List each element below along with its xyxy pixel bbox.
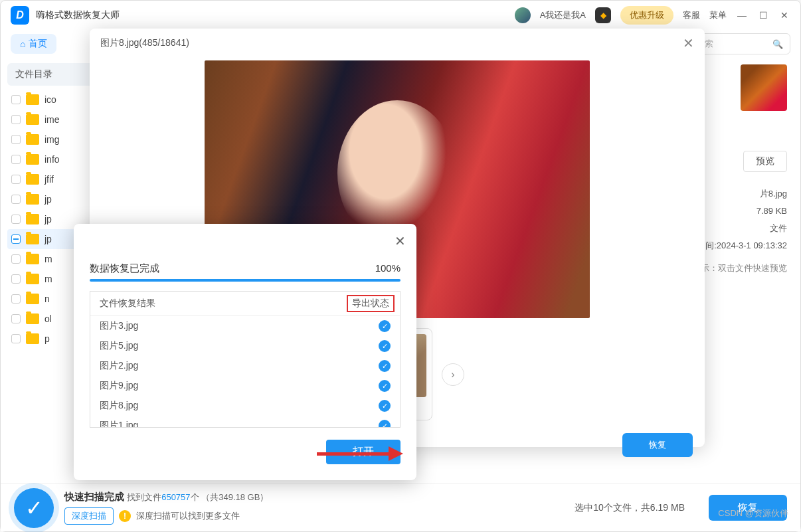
tree-label: ico xyxy=(44,94,56,105)
result-row: 图片9.jpg✓ xyxy=(90,376,400,396)
found-prefix: 找到文件 xyxy=(127,492,161,502)
tree-label: jp xyxy=(44,214,52,224)
tree-label: jp xyxy=(44,194,52,205)
file-name: 图片3.jpg xyxy=(100,320,138,332)
file-name: 图片1.jpg xyxy=(100,420,138,427)
checkbox[interactable] xyxy=(11,215,21,224)
folder-icon xyxy=(26,274,39,284)
checkbox[interactable] xyxy=(11,234,21,244)
result-row: 图片5.jpg✓ xyxy=(90,336,400,356)
search-icon: 🔍 xyxy=(772,39,783,49)
tree-label: info xyxy=(44,154,60,165)
result-row: 图片3.jpg✓ xyxy=(90,316,400,336)
status-check-icon: ✓ xyxy=(379,360,391,372)
tree-label: ime xyxy=(44,114,60,125)
search-input[interactable]: 索 🔍 xyxy=(697,33,790,54)
folder-icon xyxy=(26,154,39,165)
folder-icon xyxy=(26,333,39,344)
app-logo: D xyxy=(11,6,29,25)
result-table: 文件恢复结果 导出状态 图片3.jpg✓图片5.jpg✓图片2.jpg✓图片9.… xyxy=(90,291,400,428)
search-placeholder: 索 xyxy=(705,38,713,50)
close-button[interactable]: ✕ xyxy=(778,9,790,21)
file-name: 图片5.jpg xyxy=(100,340,138,352)
upgrade-button[interactable]: 优惠升级 xyxy=(620,6,673,25)
result-row: 图片1.jpg✓ xyxy=(90,416,400,427)
result-dialog: ✕ 数据恢复已完成 100% 文件恢复结果 导出状态 图片3.jpg✓图片5.j… xyxy=(74,224,416,480)
file-name: 图片8.jpg xyxy=(100,400,138,412)
result-row: 图片2.jpg✓ xyxy=(90,356,400,376)
folder-icon xyxy=(26,114,39,125)
tree-label: m xyxy=(44,274,52,284)
user-avatar[interactable] xyxy=(515,7,531,23)
folder-icon xyxy=(26,194,39,205)
file-name: 图片9.jpg xyxy=(100,380,138,392)
diamond-icon[interactable]: ◆ xyxy=(595,7,611,23)
home-label: 首页 xyxy=(29,38,47,50)
side-thumb xyxy=(741,64,787,111)
checkbox[interactable] xyxy=(11,135,21,144)
preview-button[interactable]: 预览 xyxy=(743,151,787,172)
folder-icon xyxy=(26,254,39,264)
footer: ✓ 快速扫描完成 找到文件650757个 （共349.18 GB） 深度扫描 !… xyxy=(1,484,800,531)
watermark: CSDN @资源伙伴 xyxy=(718,507,788,519)
checkbox[interactable] xyxy=(11,115,21,124)
folder-icon xyxy=(26,294,39,304)
support-link[interactable]: 客服 xyxy=(683,9,700,21)
status-check-icon: ✓ xyxy=(379,400,391,412)
folder-icon xyxy=(26,94,39,105)
result-row: 图片8.jpg✓ xyxy=(90,396,400,416)
file-name: 图片2.jpg xyxy=(100,360,138,372)
selection-info: 选中10个文件，共6.19 MB xyxy=(575,502,685,514)
status-check-icon: ✓ xyxy=(379,420,391,427)
folder-icon xyxy=(26,174,39,185)
next-arrow-button[interactable]: › xyxy=(442,363,464,386)
result-title: 数据恢复已完成 xyxy=(90,262,159,275)
checkbox[interactable] xyxy=(11,195,21,204)
minimize-button[interactable]: — xyxy=(736,9,748,21)
scan-title: 快速扫描完成 xyxy=(64,491,124,502)
scan-complete-icon: ✓ xyxy=(14,488,54,528)
folder-icon xyxy=(26,134,39,145)
folder-icon xyxy=(26,313,39,324)
status-check-icon: ✓ xyxy=(379,340,391,352)
checkbox[interactable] xyxy=(11,274,21,284)
tree-label: m xyxy=(44,254,52,264)
home-button[interactable]: ⌂ 首页 xyxy=(11,34,56,54)
preview-close-button[interactable]: ✕ xyxy=(683,35,694,51)
app-title: 嗨格式数据恢复大师 xyxy=(36,9,120,21)
status-check-icon: ✓ xyxy=(379,320,391,332)
checkbox[interactable] xyxy=(11,155,21,164)
checkbox[interactable] xyxy=(11,254,21,264)
checkbox[interactable] xyxy=(11,294,21,304)
tree-label: img xyxy=(44,134,60,145)
deep-scan-button[interactable]: 深度扫描 xyxy=(64,507,114,525)
checkbox[interactable] xyxy=(11,95,21,104)
col-status-highlighted: 导出状态 xyxy=(347,295,395,312)
checkbox[interactable] xyxy=(11,314,21,323)
deep-hint: 深度扫描可以找到更多文件 xyxy=(136,510,240,522)
total-size: （共349.18 GB） xyxy=(201,492,268,502)
menu-link[interactable]: 菜单 xyxy=(709,9,727,21)
checkbox[interactable] xyxy=(11,175,21,184)
pm-recover-button[interactable]: 恢复 xyxy=(622,433,693,457)
warn-icon: ! xyxy=(119,510,131,522)
preview-title: 图片8.jpg(485/18641) xyxy=(100,37,189,49)
tree-label: n xyxy=(44,294,50,304)
col-result: 文件恢复结果 xyxy=(100,298,155,310)
home-icon: ⌂ xyxy=(20,39,25,49)
tree-label: jp xyxy=(44,234,52,244)
progress-bar xyxy=(90,279,400,282)
maximize-button[interactable]: ☐ xyxy=(757,9,769,21)
result-percent: 100% xyxy=(375,262,400,275)
title-bar: D 嗨格式数据恢复大师 A我还是我A ◆ 优惠升级 客服 菜单 — ☐ ✕ xyxy=(1,1,800,30)
tree-label: jfif xyxy=(44,174,54,185)
username: A我还是我A xyxy=(540,9,586,21)
found-count: 650757 xyxy=(161,492,190,502)
checkbox[interactable] xyxy=(11,334,21,343)
tree-label: ol xyxy=(44,313,52,324)
found-suffix: 个 xyxy=(191,492,199,502)
status-check-icon: ✓ xyxy=(379,380,391,392)
dialog-close-button[interactable]: ✕ xyxy=(395,233,406,249)
folder-icon xyxy=(26,214,39,224)
annotation-arrow xyxy=(317,447,403,460)
